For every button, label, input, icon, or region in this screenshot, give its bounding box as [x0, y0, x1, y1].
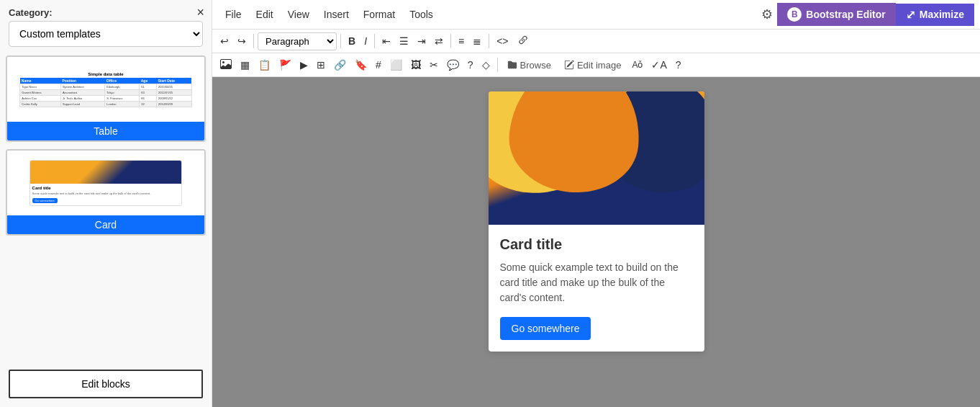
bold-button[interactable]: B — [345, 33, 359, 49]
card-component: Card title Some quick example text to bu… — [489, 91, 704, 352]
close-button[interactable]: × — [196, 6, 204, 19]
menu-file[interactable]: File — [218, 6, 249, 23]
menu-edit[interactable]: Edit — [249, 6, 281, 23]
edit-image-icon — [564, 60, 574, 70]
mini-th: Age — [140, 78, 157, 84]
gear-icon: ⚙ — [761, 7, 773, 22]
mini-td: Tiger Nixon — [20, 84, 61, 89]
mini-td: S. Francisco — [105, 95, 140, 101]
insert-help-btn[interactable]: ? — [464, 57, 477, 73]
mini-card-button: Go somewhere — [32, 198, 58, 203]
insert-comment-btn[interactable]: 💬 — [443, 57, 463, 73]
menu-tools[interactable]: Tools — [402, 6, 440, 23]
browse-button[interactable]: Browse — [502, 58, 557, 73]
mini-th: Name — [20, 78, 61, 84]
mini-td: Cedric Kelly — [20, 101, 61, 107]
menu-view[interactable]: View — [281, 6, 317, 23]
italic-button[interactable]: I — [360, 33, 371, 49]
mini-td: Accountant — [60, 89, 104, 95]
insert-code-btn2[interactable]: ◇ — [478, 57, 494, 73]
go-somewhere-button[interactable]: Go somewhere — [500, 317, 591, 340]
card-image — [489, 91, 704, 225]
insert-img2-btn[interactable]: 🖼 — [407, 57, 425, 73]
browse-label: Browse — [520, 60, 551, 71]
mini-card-body: Card title Some quick example text to bu… — [30, 184, 182, 205]
insert-box-btn[interactable]: ⬜ — [386, 57, 406, 73]
gear-button[interactable]: ⚙ — [757, 4, 777, 25]
divider-3 — [374, 34, 375, 48]
mini-td: Edinburgh — [105, 84, 140, 89]
browse-icon — [507, 60, 517, 70]
bootstrap-icon: B — [787, 7, 802, 22]
category-label: Category: — [0, 0, 212, 21]
card-text: Some quick example text to build on the … — [500, 260, 693, 305]
template-item-card[interactable]: Card title Some quick example text to bu… — [6, 149, 206, 236]
align-center-button[interactable]: ☰ — [396, 33, 412, 49]
divider-6 — [497, 58, 498, 72]
maximize-button[interactable]: ⤢ Maximize — [896, 4, 974, 26]
align-right-button[interactable]: ⇥ — [414, 33, 430, 49]
mini-td: System Architect — [60, 84, 104, 89]
link-icon — [517, 35, 529, 46]
spellcheck-btn[interactable]: ✓A — [648, 57, 670, 73]
menu-insert[interactable]: Insert — [317, 6, 356, 23]
redo-button[interactable]: ↪ — [234, 33, 250, 49]
image-icon — [220, 58, 232, 70]
insert-link-btn2[interactable]: 🔗 — [330, 57, 350, 73]
align-left-button[interactable]: ⇤ — [378, 33, 394, 49]
mini-table-caption: Simple data table — [19, 72, 191, 76]
translate-btn[interactable]: Aǒ — [628, 58, 646, 72]
mini-td: 61 — [140, 84, 157, 89]
align-justify-button[interactable]: ⇄ — [431, 33, 447, 49]
mini-card-text: Some quick example text to build on the … — [32, 192, 180, 195]
help-btn2[interactable]: ? — [672, 57, 685, 73]
card-image-dark-shape — [594, 91, 704, 202]
insert-media-btn[interactable]: 📋 — [255, 57, 274, 73]
insert-grid-btn[interactable]: ⊞ — [313, 57, 329, 73]
mini-td: Garrett Winters — [20, 89, 61, 95]
insert-image-button[interactable] — [217, 55, 235, 74]
code-inline-button[interactable]: <> — [493, 33, 512, 49]
table-preview: Simple data table Name Position Office A… — [7, 57, 204, 122]
card-body: Card title Some quick example text to bu… — [489, 225, 704, 352]
category-select[interactable]: Custom templates — [9, 21, 203, 47]
template-item-table[interactable]: Simple data table Name Position Office A… — [6, 55, 206, 142]
maximize-label: Maximize — [920, 9, 964, 20]
mini-td: 66 — [140, 95, 157, 101]
edit-image-button[interactable]: Edit image — [558, 58, 627, 73]
edit-image-label: Edit image — [577, 60, 621, 71]
insert-flag-btn[interactable]: 🚩 — [276, 57, 295, 73]
paragraph-select[interactable]: Paragraph Heading 1 Heading 2 Heading 3 — [258, 32, 337, 50]
insert-toc-btn[interactable]: # — [372, 57, 385, 73]
mini-td: 2009/01/12 — [156, 95, 191, 101]
insert-snip-btn[interactable]: ✂ — [426, 57, 442, 73]
divider-1 — [253, 34, 254, 48]
mini-th: Position — [60, 78, 104, 84]
bootstrap-editor-button[interactable]: B Bootstrap Editor — [777, 3, 895, 26]
mini-td: 22 — [140, 101, 157, 107]
divider-4 — [450, 34, 451, 48]
menu-bar: File Edit View Insert Format Tools ⚙ B B… — [212, 0, 980, 30]
edit-blocks-button[interactable]: Edit blocks — [9, 370, 203, 398]
toolbar-row-2: ▦ 📋 🚩 ▶ ⊞ 🔗 🔖 # ⬜ 🖼 ✂ 💬 ? ◇ Browse Edit … — [212, 53, 980, 77]
mini-card-image — [30, 161, 182, 184]
insert-table-btn[interactable]: ▦ — [237, 57, 253, 73]
mini-td: 2011/07/25 — [156, 89, 191, 95]
left-panel: × Category: Custom templates Simple data… — [0, 0, 212, 407]
card-preview: Card title Some quick example text to bu… — [7, 151, 204, 215]
mini-card-title: Card title — [32, 186, 180, 190]
card-title: Card title — [500, 236, 693, 253]
mini-th: Start Date — [156, 78, 191, 84]
mini-table: Simple data table Name Position Office A… — [19, 72, 191, 107]
insert-anchor-btn[interactable]: 🔖 — [351, 57, 371, 73]
mini-td: Tokyo — [105, 89, 140, 95]
undo-button[interactable]: ↩ — [217, 33, 232, 49]
maximize-icon: ⤢ — [906, 8, 915, 22]
list-ordered-button[interactable]: ≣ — [469, 33, 485, 49]
insert-video-btn[interactable]: ▶ — [296, 57, 312, 73]
menu-format[interactable]: Format — [356, 6, 402, 23]
content-area: Card title Some quick example text to bu… — [212, 77, 980, 407]
list-unordered-button[interactable]: ≡ — [455, 33, 468, 49]
link-button[interactable] — [514, 32, 532, 50]
template-list: Simple data table Name Position Office A… — [0, 55, 212, 362]
